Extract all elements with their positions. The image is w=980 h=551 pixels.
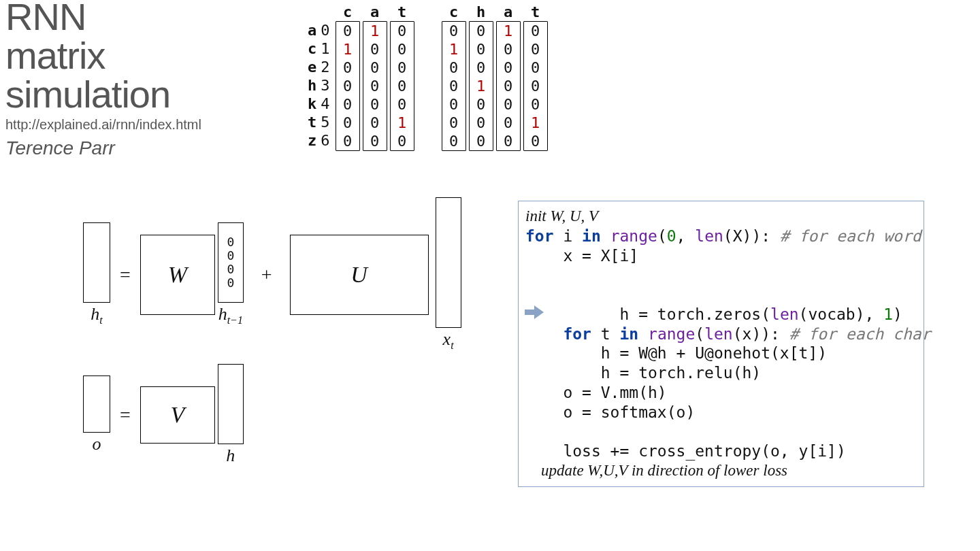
onehot-cell: 0 (524, 77, 547, 95)
vector-hprev: 0 0 0 0 ht−1 (218, 222, 244, 327)
onehot-cell: 0 (470, 114, 493, 132)
vocab-index: 4 (321, 95, 329, 113)
onehot-cell: 0 (363, 59, 387, 77)
onehot-cell: 0 (497, 114, 520, 132)
onehot-cells: 0001000 (469, 21, 493, 151)
code-init: init W, U, V (525, 207, 917, 227)
code-x-assign: x = X[i] (525, 246, 917, 266)
onehot-cell: 0 (363, 114, 387, 132)
onehot-rowlabel: a0 (308, 21, 330, 39)
onehot-cell: 1 (497, 22, 520, 40)
onehot-column: a1000000 (363, 3, 387, 151)
label-h: h (218, 446, 244, 466)
onehot-cell: 0 (336, 95, 359, 114)
onehot-cell: 0 (524, 95, 547, 114)
onehot-cell: 0 (524, 132, 547, 150)
onehot-cell: 0 (336, 114, 359, 132)
onehot-cell: 0 (391, 40, 414, 59)
hprev-3: 0 (227, 276, 234, 290)
label-hprev: h (218, 304, 227, 324)
onehot-column: t0000010 (390, 3, 414, 151)
label-ht-sub: t (99, 314, 102, 326)
label-xt-sub: t (451, 339, 453, 351)
title-line1: RNN (5, 0, 201, 36)
label-U: U (350, 262, 368, 288)
vector-xt: xt (436, 197, 461, 352)
label-xt: x (443, 329, 451, 349)
title-url: http://explained.ai/rnn/index.html (5, 118, 201, 131)
onehot-column-head: t (531, 3, 540, 21)
onehot-cell: 0 (442, 77, 466, 95)
plus: + (261, 264, 272, 286)
onehot-cell: 0 (391, 132, 414, 150)
onehot-cell: 0 (363, 95, 387, 114)
equation-ht: ht = W 0 0 0 0 ht−1 + U xt (83, 197, 461, 352)
onehot-cell: 0 (524, 40, 547, 59)
onehot-rowlabel: z6 (308, 131, 330, 150)
onehot-column-head: a (504, 3, 512, 21)
title-line3: simulation (5, 75, 201, 114)
onehot-cells: 0100000 (336, 21, 360, 151)
onehot-cell: 0 (336, 77, 359, 95)
code-blank2 (525, 422, 917, 441)
title-author: Terence Parr (5, 139, 201, 158)
vocab-index: 3 (321, 76, 329, 95)
onehot-cell: 1 (391, 114, 414, 132)
code-o-softmax: o = softmax(o) (525, 403, 917, 422)
vocab-char: z (308, 131, 316, 150)
code-for-chars: for t in range(len(x)): # for each char (525, 324, 917, 344)
onehot-rowlabel: k4 (308, 95, 330, 113)
onehot-cell: 0 (442, 59, 466, 77)
onehot-cell: 0 (442, 132, 466, 150)
onehot-cell: 0 (336, 132, 359, 150)
equals-2: = (120, 404, 131, 426)
onehot-cell: 0 (470, 40, 493, 59)
matrix-W: W (140, 235, 215, 315)
matrix-V: V (140, 386, 215, 444)
title-line2: matrix (5, 36, 201, 75)
vocab-char: h (308, 76, 316, 95)
onehot-cell: 0 (442, 114, 466, 132)
label-hprev-sub: t−1 (227, 314, 243, 326)
onehot-word: a0c1e2h3k4t5z6c0100000a1000000t0000010 (308, 3, 414, 151)
equation-o: o = V h (83, 364, 244, 466)
onehot-cell: 0 (524, 22, 547, 40)
onehot-cell: 0 (336, 59, 359, 77)
onehot-cell: 0 (391, 95, 414, 114)
onehot-column: c0100000 (336, 3, 360, 151)
vocab-char: k (308, 95, 316, 113)
onehot-cell: 0 (524, 59, 547, 77)
onehot-cell: 1 (363, 22, 387, 40)
vocab-char: c (308, 39, 316, 58)
vocab-char: t (308, 113, 316, 131)
onehot-rowlabel: h3 (308, 76, 330, 95)
slide-root: RNN matrix simulation http://explained.a… (0, 0, 980, 551)
onehot-cell: 0 (391, 77, 414, 95)
onehot-cell: 0 (470, 132, 493, 150)
code-blank1 (525, 265, 917, 285)
code-o-vmm: o = V.mm(h) (525, 383, 917, 403)
vector-o: o (83, 375, 110, 454)
onehot-cell: 1 (470, 77, 493, 95)
onehot-cell: 0 (442, 95, 466, 114)
equals-1: = (120, 264, 131, 286)
onehot-cell: 0 (363, 77, 387, 95)
onehot-cell: 0 (363, 40, 387, 59)
onehot-cells: 0100000 (442, 21, 466, 151)
vocab-index: 5 (321, 113, 329, 131)
code-h-zeros: h = torch.zeros(len(vocab), 1) (525, 285, 917, 324)
vocab-char: e (308, 58, 316, 76)
onehot-block: a0c1e2h3k4t5z6c0100000a1000000t0000010c0… (308, 3, 548, 151)
code-loss: loss += cross_entropy(o, y[i]) (525, 441, 917, 461)
vocab-index: 6 (321, 131, 329, 150)
hprev-2: 0 (227, 263, 234, 276)
vector-ht: ht (83, 222, 110, 327)
label-o: o (83, 434, 110, 454)
vocab-index: 0 (321, 21, 329, 39)
onehot-column-head: t (397, 3, 406, 21)
vocab-char: a (308, 21, 316, 39)
label-V: V (170, 402, 184, 428)
matrix-U: U (290, 235, 429, 315)
onehot-cell: 1 (336, 40, 359, 59)
onehot-cell: 0 (497, 77, 520, 95)
